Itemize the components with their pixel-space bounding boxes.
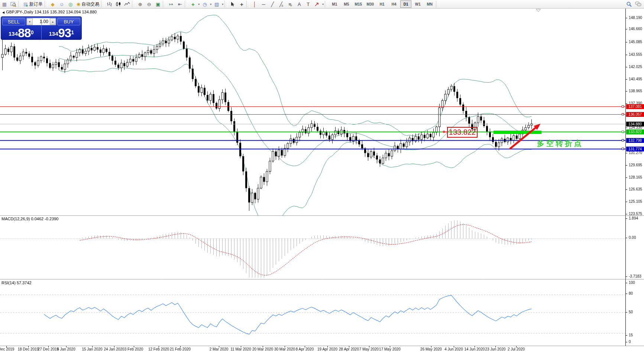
toolbar-separator: [436, 1, 439, 7]
new-order-label: 新订单: [29, 1, 43, 7]
date-tick-label: 26 May 2020: [420, 347, 442, 351]
timeframe-h4-button[interactable]: H4: [388, 0, 399, 8]
chat-icon[interactable]: [634, 0, 643, 8]
mt4-window: ▦▤+新订单◆☺◎◉自动交易⊕⊖▣↦⇤+▾◷▾▧▾+│─╱╱E≡FAT▾M1M5…: [0, 0, 644, 352]
toolbar-separator: [132, 1, 135, 7]
add-indicator-dropdown-caret[interactable]: ▾: [197, 3, 200, 6]
metaeditor-icon[interactable]: ◆: [48, 0, 57, 8]
autotrading-label: 自动交易: [81, 1, 99, 7]
rsi-label: RSI(14) 57.3742: [1, 281, 32, 285]
timeframe-d1-button[interactable]: D1: [400, 0, 411, 8]
community-icon[interactable]: ☺: [57, 0, 66, 8]
buy-price[interactable]: 134 93 1: [42, 26, 82, 39]
chart-title: ◀GBPJPY-,Daily 134.116 135.392 134.094 1…: [2, 10, 97, 14]
trendline-icon[interactable]: ╱: [268, 0, 277, 8]
period-dropdown-caret[interactable]: ▾: [209, 3, 212, 6]
chart-shift-icon[interactable]: ⇤: [175, 0, 184, 8]
cursor-icon[interactable]: [228, 0, 237, 8]
one-click-trade-panel: SELL ▼ ▲ BUY 134 88 0 134 93 1: [1, 16, 82, 40]
buy-price-big: 93: [58, 28, 71, 39]
buy-button[interactable]: BUY: [57, 18, 80, 25]
sell-price[interactable]: 134 88 0: [1, 26, 41, 39]
vertical-line-icon[interactable]: │: [250, 0, 259, 8]
sell-button[interactable]: SELL: [2, 18, 25, 25]
timeframe-h1-button[interactable]: H1: [376, 0, 388, 8]
sell-price-pip: 0: [31, 26, 34, 39]
buy-price-figure: 134: [49, 29, 58, 39]
bar-chart-icon[interactable]: [105, 0, 114, 8]
toolbar-separator: [18, 1, 22, 7]
date-tick-label: 4 Jun 2020: [444, 347, 463, 351]
shapes-icon[interactable]: [313, 0, 321, 8]
candlestick-chart-icon[interactable]: [114, 0, 123, 8]
timeframe-m1-button[interactable]: M1: [329, 0, 340, 8]
date-tick-label: 28 Apr 2020: [339, 347, 359, 351]
volume-down-button[interactable]: ▼: [27, 18, 33, 25]
date-tick-label: 11 Mar 2020: [230, 347, 251, 351]
zoom-in-icon[interactable]: ⊕: [136, 0, 145, 8]
toolbar-separator: [325, 1, 328, 7]
search-icon[interactable]: [625, 0, 634, 8]
toolbar-separator: [45, 1, 48, 7]
date-tick-label: 27 Dec 2019: [38, 347, 59, 351]
date-tick-label: 21 Feb 2020: [170, 347, 191, 351]
date-tick-label: 19 Apr 2020: [317, 347, 337, 351]
sell-price-figure: 134: [9, 29, 18, 39]
toolbar: ▦▤+新订单◆☺◎◉自动交易⊕⊖▣↦⇤+▾◷▾▧▾+│─╱╱E≡FAT▾M1M5…: [0, 0, 644, 9]
date-tick-label: 15 Jan 2020: [82, 347, 102, 351]
chart-window-icon[interactable]: ▦: [0, 0, 9, 8]
date-tick-label: 12 Feb 2020: [148, 347, 169, 351]
signals-icon[interactable]: ◎: [66, 0, 75, 8]
toolbar-separator: [246, 1, 250, 7]
crosshair-icon[interactable]: +: [237, 0, 246, 8]
text-label-icon[interactable]: T: [304, 0, 313, 8]
toolbar-separator: [101, 1, 104, 7]
autotrading-button[interactable]: ◉自动交易: [75, 0, 101, 8]
date-tick-label: 17 May 2020: [379, 347, 401, 351]
collapse-triangle-icon: ◀: [2, 11, 4, 14]
date-tick-label: 23 Jun 2020: [485, 347, 505, 351]
volume-up-button[interactable]: ▲: [50, 18, 56, 25]
chart-title-text: GBPJPY-,Daily 134.116 135.392 134.094 13…: [6, 10, 97, 14]
line-chart-icon[interactable]: [123, 0, 132, 8]
macd-label: MACD(12,26,9) 0.0462 -0.2390: [1, 217, 58, 221]
template-icon[interactable]: ▧: [212, 0, 221, 8]
date-tick-label: 14 Jun 2020: [464, 347, 485, 351]
shapes-dropdown-caret[interactable]: ▾: [321, 3, 324, 6]
channel-icon[interactable]: ╱E: [277, 0, 286, 8]
buy-price-pip: 1: [71, 26, 74, 39]
timeframe-w1-button[interactable]: W1: [412, 0, 423, 8]
period-icon[interactable]: ◷: [200, 0, 209, 8]
price-callout[interactable]: 133.822: [447, 127, 478, 138]
date-tick-label: 3 Feb 2020: [124, 347, 143, 351]
text-icon[interactable]: A: [295, 0, 304, 8]
date-tick-label: 24 Jan 2020: [104, 347, 124, 351]
date-tick-label: 20 Mar 2020: [252, 347, 273, 351]
horizontal-line-icon[interactable]: ─: [259, 0, 268, 8]
plus-badge-icon: +: [26, 3, 28, 8]
template-dropdown-caret[interactable]: ▾: [221, 3, 224, 6]
toolbar-separator: [224, 1, 228, 7]
new-order-button[interactable]: ▤+新订单: [22, 0, 44, 8]
timeframe-m15-button[interactable]: M15: [353, 0, 364, 8]
date-tick-label: 7 May 2020: [359, 347, 379, 351]
date-tick-label: 2 Jul 2020: [508, 347, 525, 351]
tile-windows-icon[interactable]: ▣: [153, 0, 162, 8]
chart-canvas[interactable]: [0, 0, 644, 352]
date-tick-label: 8 Apr 2020: [296, 347, 314, 351]
annotation-text[interactable]: 多空转折点: [537, 138, 583, 148]
auto-scroll-icon[interactable]: ↦: [166, 0, 175, 8]
timeframe-m30-button[interactable]: M30: [365, 0, 376, 8]
sell-price-big: 88: [18, 28, 31, 39]
zoom-out-icon[interactable]: ⊖: [145, 0, 153, 8]
add-indicator-icon[interactable]: +: [188, 0, 197, 8]
date-tick-label: 6 Jan 2020: [57, 347, 75, 351]
date-tick-label: Dec 2019: [0, 347, 14, 351]
timeframe-m5-button[interactable]: M5: [341, 0, 352, 8]
price-axis[interactable]: [625, 8, 644, 346]
chart-preview-icon[interactable]: [9, 0, 18, 8]
fibonacci-icon[interactable]: ≡F: [286, 0, 295, 8]
toolbar-separator: [163, 1, 166, 7]
timeframe-mn-button[interactable]: MN: [424, 0, 435, 8]
date-tick-label: 30 Mar 2020: [274, 347, 295, 351]
